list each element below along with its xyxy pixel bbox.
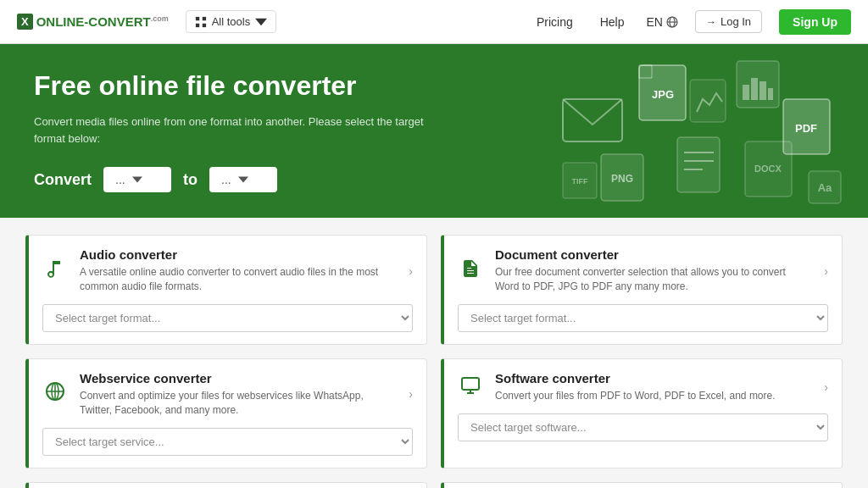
language-button[interactable]: EN — [647, 15, 678, 29]
svg-rect-2 — [196, 23, 199, 26]
card-desc-software: Convert your files from PDF to Word, PDF… — [495, 389, 812, 403]
card-desc-webservice: Convert and optimize your files for webs… — [80, 389, 397, 418]
card-title-webservice: Webservice converter — [80, 371, 397, 385]
logo-com: .com — [151, 14, 169, 23]
convert-to-dropdown[interactable]: ... — [209, 167, 277, 192]
converter-card-software[interactable]: Software converter Convert your files fr… — [441, 358, 843, 469]
card-icon-software — [458, 374, 483, 400]
card-chevron-webservice: › — [409, 387, 413, 401]
svg-rect-35 — [462, 378, 479, 390]
card-desc-document: Our free document converter selection th… — [495, 265, 812, 294]
svg-text:DOCX: DOCX — [754, 164, 782, 174]
card-chevron-software: › — [824, 380, 828, 394]
converter-card-document[interactable]: Document converter Our free document con… — [441, 235, 843, 345]
svg-rect-1 — [202, 16, 205, 19]
card-icon-audio — [42, 258, 68, 284]
login-arrow-icon: → — [706, 16, 716, 28]
signup-button[interactable]: Sign Up — [779, 9, 851, 35]
converter-card-webservice[interactable]: Webservice converter Convert and optimiz… — [25, 358, 427, 469]
card-header-document: Document converter Our free document con… — [458, 247, 828, 294]
to-label: to — [183, 171, 198, 189]
card-select-software[interactable]: Select target software... — [458, 413, 828, 441]
card-select-audio[interactable]: Select target format... — [42, 304, 413, 332]
svg-text:JPG: JPG — [652, 88, 674, 101]
card-title-document: Document converter — [495, 247, 812, 262]
svg-rect-0 — [196, 16, 199, 19]
card-select-document[interactable]: Select target format... — [458, 304, 828, 332]
svg-rect-28 — [690, 80, 726, 122]
svg-text:TIFF: TIFF — [572, 177, 588, 186]
card-select-webservice[interactable]: Select target service... — [42, 428, 413, 456]
converter-card-video[interactable]: Video converter Convert video files into… — [25, 482, 427, 488]
convert-from-dropdown[interactable]: ... — [103, 167, 171, 192]
grid-icon — [195, 16, 207, 28]
logo[interactable]: X ONLINE-CONVERT.com — [17, 14, 169, 30]
svg-rect-14 — [760, 81, 766, 100]
svg-text:PNG: PNG — [611, 173, 633, 185]
svg-text:Aa: Aa — [818, 181, 832, 194]
converter-card-audio[interactable]: Audio converter A versatile online audio… — [25, 235, 427, 345]
card-icon-document — [458, 258, 483, 284]
card-icon-webservice — [42, 381, 68, 407]
card-chevron-document: › — [824, 264, 828, 278]
hero-subtitle: Convert media files online from one form… — [34, 114, 458, 147]
converters-grid: Audio converter A versatile online audio… — [0, 218, 868, 488]
hero-section: Free online file converter Convert media… — [0, 44, 868, 218]
card-info-webservice: Webservice converter Convert and optimiz… — [80, 371, 397, 418]
card-desc-audio: A versatile online audio converter to co… — [80, 265, 397, 294]
all-tools-button[interactable]: All tools — [186, 10, 277, 33]
help-button[interactable]: Help — [595, 15, 630, 29]
card-info-software: Software converter Convert your files fr… — [495, 371, 812, 403]
card-header-software: Software converter Convert your files fr… — [458, 371, 828, 403]
card-info-audio: Audio converter A versatile online audio… — [80, 247, 397, 294]
pricing-button[interactable]: Pricing — [531, 15, 578, 29]
card-header-webservice: Webservice converter Convert and optimiz… — [42, 371, 413, 418]
card-title-audio: Audio converter — [80, 247, 397, 262]
hero-title: Free online file converter — [34, 69, 458, 102]
svg-rect-3 — [202, 23, 205, 26]
card-header-audio: Audio converter A versatile online audio… — [42, 247, 413, 294]
logo-text: ONLINE-CONVERT.com — [36, 14, 169, 29]
login-button[interactable]: → Log In — [695, 10, 762, 33]
hero-content: Free online file converter Convert media… — [34, 69, 458, 192]
svg-text:PDF: PDF — [795, 122, 817, 135]
chevron-down-icon — [132, 175, 142, 185]
navbar: X ONLINE-CONVERT.com All tools Pricing H… — [0, 0, 868, 44]
file-icons-svg: JPG PDF PNG — [554, 53, 843, 205]
card-info-document: Document converter Our free document con… — [495, 247, 812, 294]
svg-rect-13 — [751, 78, 758, 100]
logo-icon: X — [17, 14, 33, 30]
globe-icon — [666, 16, 678, 28]
svg-rect-7 — [563, 99, 622, 141]
svg-rect-12 — [743, 85, 749, 100]
svg-rect-15 — [768, 88, 773, 100]
hero-illustration: JPG PDF PNG — [554, 53, 843, 205]
chevron-down-icon — [255, 16, 267, 28]
convert-label: Convert — [34, 171, 92, 189]
svg-rect-20 — [677, 137, 720, 192]
chevron-down-icon — [238, 175, 248, 185]
hero-converter: Convert ... to ... — [34, 167, 458, 192]
card-chevron-audio: › — [409, 264, 413, 278]
converter-card-ebook[interactable]: Ebook converter A list of versatile onli… — [441, 482, 843, 488]
card-title-software: Software converter — [495, 371, 812, 385]
